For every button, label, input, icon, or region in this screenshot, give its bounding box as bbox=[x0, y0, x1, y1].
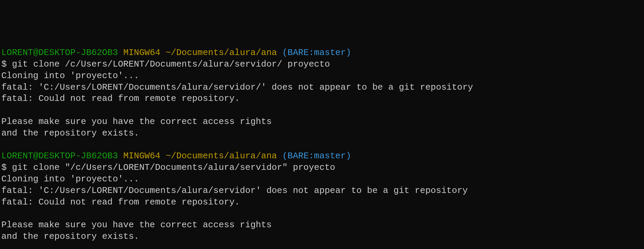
output-line: and the repository exists. bbox=[1, 231, 139, 242]
output-line: and the repository exists. bbox=[1, 128, 139, 138]
command-prefix: $ bbox=[1, 162, 12, 173]
prompt-branch: (BARE:master) bbox=[282, 151, 351, 161]
command-text: git clone /c/Users/LORENT/Documents/alur… bbox=[12, 59, 330, 69]
blank-separator bbox=[1, 139, 643, 151]
output-line: fatal: 'C:/Users/LORENT/Documents/alura/… bbox=[1, 185, 468, 196]
prompt-env: MINGW64 bbox=[123, 48, 160, 58]
prompt-user-host: LORENT@DESKTOP-JB62OB3 bbox=[1, 48, 118, 58]
prompt-env: MINGW64 bbox=[123, 151, 160, 161]
prompt-path: ~/Documents/alura/ana bbox=[166, 151, 277, 161]
output-line: Cloning into 'proyecto'... bbox=[1, 174, 139, 184]
output-line: Cloning into 'proyecto'... bbox=[1, 71, 139, 81]
output-line: fatal: 'C:/Users/LORENT/Documents/alura/… bbox=[1, 82, 473, 92]
output-line: Please make sure you have the correct ac… bbox=[1, 117, 272, 127]
terminal-block-2[interactable]: LORENT@DESKTOP-JB62OB3 MINGW64 ~/Documen… bbox=[1, 150, 643, 242]
prompt-path: ~/Documents/alura/ana bbox=[166, 48, 277, 58]
terminal-block-1[interactable]: LORENT@DESKTOP-JB62OB3 MINGW64 ~/Documen… bbox=[1, 47, 643, 139]
prompt-user-host: LORENT@DESKTOP-JB62OB3 bbox=[1, 151, 118, 161]
command-prefix: $ bbox=[1, 59, 12, 69]
output-line: Please make sure you have the correct ac… bbox=[1, 220, 272, 230]
command-text: git clone "/c/Users/LORENT/Documents/alu… bbox=[12, 162, 335, 173]
output-line: fatal: Could not read from remote reposi… bbox=[1, 197, 240, 207]
prompt-branch: (BARE:master) bbox=[282, 48, 351, 58]
output-line: fatal: Could not read from remote reposi… bbox=[1, 93, 240, 104]
